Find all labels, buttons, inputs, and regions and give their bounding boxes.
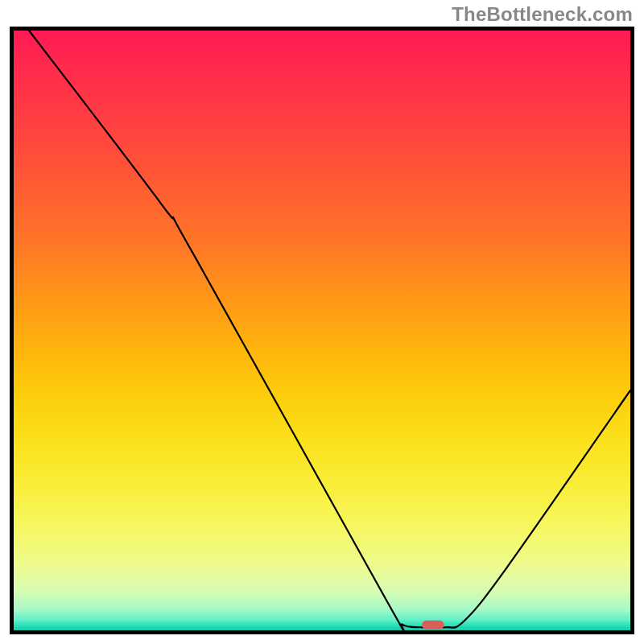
watermark-text: TheBottleneck.com bbox=[452, 3, 633, 26]
marker-pill bbox=[422, 621, 444, 630]
plot-area bbox=[14, 31, 630, 630]
curve-path bbox=[29, 31, 630, 630]
chart-svg bbox=[14, 31, 630, 630]
chart-frame bbox=[10, 27, 634, 634]
